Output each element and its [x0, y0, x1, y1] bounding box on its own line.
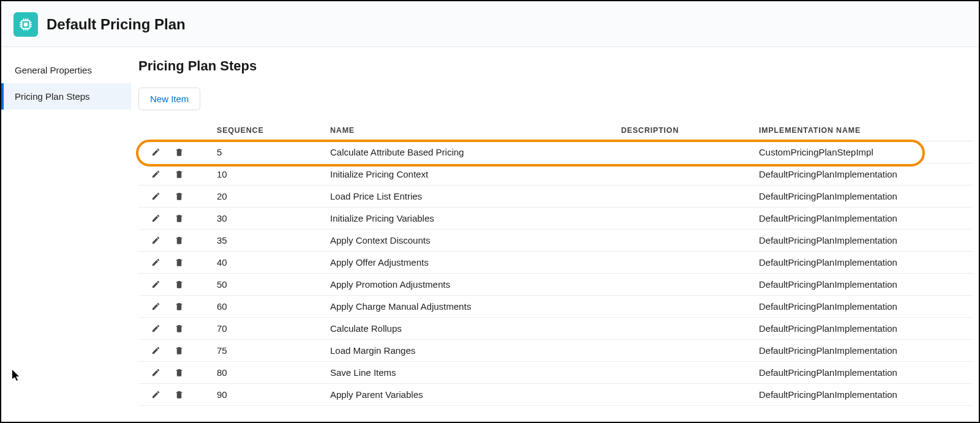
edit-icon[interactable] — [151, 346, 160, 356]
cell-implementation: DefaultPricingPlanImplementation — [754, 384, 973, 406]
cell-description — [616, 252, 754, 274]
delete-icon[interactable] — [174, 258, 184, 268]
cell-sequence: 75 — [212, 340, 325, 362]
cell-name: Initialize Pricing Context — [325, 163, 616, 185]
cell-sequence: 10 — [212, 163, 325, 185]
delete-icon[interactable] — [174, 390, 184, 400]
edit-icon[interactable] — [151, 368, 160, 378]
edit-icon[interactable] — [151, 148, 160, 157]
table-row: 20Load Price List EntriesDefaultPricingP… — [138, 185, 973, 208]
cell-description — [616, 362, 754, 384]
sidebar-item-general-properties[interactable]: General Properties — [1, 57, 131, 83]
section-title: Pricing Plan Steps — [138, 58, 973, 74]
cell-name: Apply Charge Manual Adjustments — [325, 296, 616, 318]
delete-icon[interactable] — [174, 236, 184, 245]
cell-name: Apply Offer Adjustments — [325, 252, 616, 274]
cell-description — [616, 340, 754, 362]
delete-icon[interactable] — [174, 324, 184, 334]
cell-name: Calculate Rollups — [325, 318, 616, 340]
cell-sequence: 5 — [212, 141, 325, 163]
delete-icon[interactable] — [174, 148, 184, 157]
delete-icon[interactable] — [174, 368, 184, 378]
cell-implementation: CustomPricingPlanStepImpl — [754, 141, 973, 163]
sidebar: General Properties Pricing Plan Steps — [1, 47, 131, 421]
table-row: 5Calculate Attribute Based PricingCustom… — [138, 141, 973, 163]
cell-sequence: 40 — [212, 252, 325, 274]
edit-icon[interactable] — [151, 236, 160, 245]
cell-implementation: DefaultPricingPlanImplementation — [754, 163, 973, 185]
steps-table: SEQUENCE NAME DESCRIPTION IMPLEMENTATION… — [138, 120, 973, 406]
table-row: 50Apply Promotion AdjustmentsDefaultPric… — [138, 274, 973, 296]
cell-implementation: DefaultPricingPlanImplementation — [754, 208, 973, 230]
table-row: 90Apply Parent VariablesDefaultPricingPl… — [138, 384, 973, 406]
table-row: 75Load Margin RangesDefaultPricingPlanIm… — [138, 340, 973, 362]
cell-implementation: DefaultPricingPlanImplementation — [754, 340, 973, 362]
edit-icon[interactable] — [151, 214, 160, 223]
cell-name: Apply Parent Variables — [325, 384, 616, 406]
column-name: NAME — [325, 120, 616, 141]
table-row: 70Calculate RollupsDefaultPricingPlanImp… — [138, 318, 973, 340]
cell-name: Apply Promotion Adjustments — [325, 274, 616, 296]
cell-implementation: DefaultPricingPlanImplementation — [754, 252, 973, 274]
cell-name: Load Price List Entries — [325, 185, 616, 208]
edit-icon[interactable] — [151, 302, 160, 312]
cell-implementation: DefaultPricingPlanImplementation — [754, 185, 973, 208]
cell-sequence: 30 — [212, 208, 325, 230]
cell-implementation: DefaultPricingPlanImplementation — [754, 362, 973, 384]
table-row: 40Apply Offer AdjustmentsDefaultPricingP… — [138, 252, 973, 274]
cell-description — [616, 318, 754, 340]
sidebar-item-label: General Properties — [15, 65, 92, 75]
table-row: 10Initialize Pricing ContextDefaultPrici… — [138, 163, 973, 185]
cell-implementation: DefaultPricingPlanImplementation — [754, 318, 973, 340]
edit-icon[interactable] — [151, 170, 160, 179]
edit-icon[interactable] — [151, 390, 160, 400]
cell-name: Load Margin Ranges — [325, 340, 616, 362]
cell-sequence: 80 — [212, 362, 325, 384]
delete-icon[interactable] — [174, 346, 184, 356]
new-item-button[interactable]: New Item — [138, 88, 200, 110]
cell-description — [616, 163, 754, 185]
cell-name: Initialize Pricing Variables — [325, 208, 616, 230]
edit-icon[interactable] — [151, 280, 160, 290]
edit-icon[interactable] — [151, 324, 160, 334]
column-description: DESCRIPTION — [616, 120, 754, 141]
cell-sequence: 90 — [212, 384, 325, 406]
cell-description — [616, 185, 754, 208]
chip-icon — [13, 12, 38, 37]
table-row: 30Initialize Pricing VariablesDefaultPri… — [138, 208, 973, 230]
page-title: Default Pricing Plan — [47, 16, 186, 33]
cell-name: Save Line Items — [325, 362, 616, 384]
delete-icon[interactable] — [174, 302, 184, 312]
delete-icon[interactable] — [174, 192, 184, 201]
table-row: 60Apply Charge Manual AdjustmentsDefault… — [138, 296, 973, 318]
cell-description — [616, 141, 754, 163]
page-header: Default Pricing Plan — [1, 1, 979, 47]
column-implementation: IMPLEMENTATION NAME — [754, 120, 973, 141]
cell-description — [616, 384, 754, 406]
cell-description — [616, 208, 754, 230]
cell-description — [616, 296, 754, 318]
svg-rect-1 — [24, 23, 28, 27]
cell-sequence: 60 — [212, 296, 325, 318]
column-sequence: SEQUENCE — [212, 120, 325, 141]
delete-icon[interactable] — [174, 214, 184, 223]
edit-icon[interactable] — [151, 192, 160, 201]
edit-icon[interactable] — [151, 258, 160, 268]
sidebar-item-label: Pricing Plan Steps — [15, 91, 90, 102]
cell-name: Apply Context Discounts — [325, 230, 616, 252]
cell-sequence: 50 — [212, 274, 325, 296]
cell-implementation: DefaultPricingPlanImplementation — [754, 274, 973, 296]
cell-sequence: 20 — [212, 185, 325, 208]
cell-sequence: 35 — [212, 230, 325, 252]
table-row: 35Apply Context DiscountsDefaultPricingP… — [138, 230, 973, 252]
cell-implementation: DefaultPricingPlanImplementation — [754, 230, 973, 252]
main-content: Pricing Plan Steps New Item SEQUENCE NAM… — [131, 47, 979, 421]
table-row: 80Save Line ItemsDefaultPricingPlanImple… — [138, 362, 973, 384]
cell-description — [616, 274, 754, 296]
delete-icon[interactable] — [174, 280, 184, 290]
cell-description — [616, 230, 754, 252]
sidebar-item-pricing-plan-steps[interactable]: Pricing Plan Steps — [1, 83, 131, 110]
delete-icon[interactable] — [174, 170, 184, 179]
cell-sequence: 70 — [212, 318, 325, 340]
cell-name: Calculate Attribute Based Pricing — [325, 141, 616, 163]
